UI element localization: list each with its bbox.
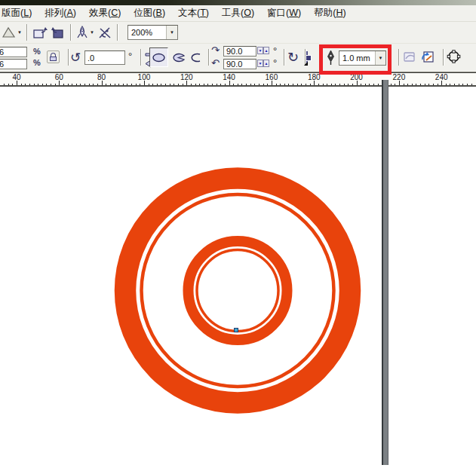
drawing-ring[interactable] [197,250,278,332]
drawing-ring[interactable] [189,241,287,340]
drawing-ring[interactable] [125,179,350,403]
drawing-ring[interactable] [142,194,334,387]
app-window: 版面(L)排列(A)效果(C)位图(B)文本(T)工具(O)窗口(W)帮助(H)… [0,0,476,468]
drawing-svg[interactable] [0,0,476,468]
ellipse-node-handle[interactable] [235,329,238,332]
